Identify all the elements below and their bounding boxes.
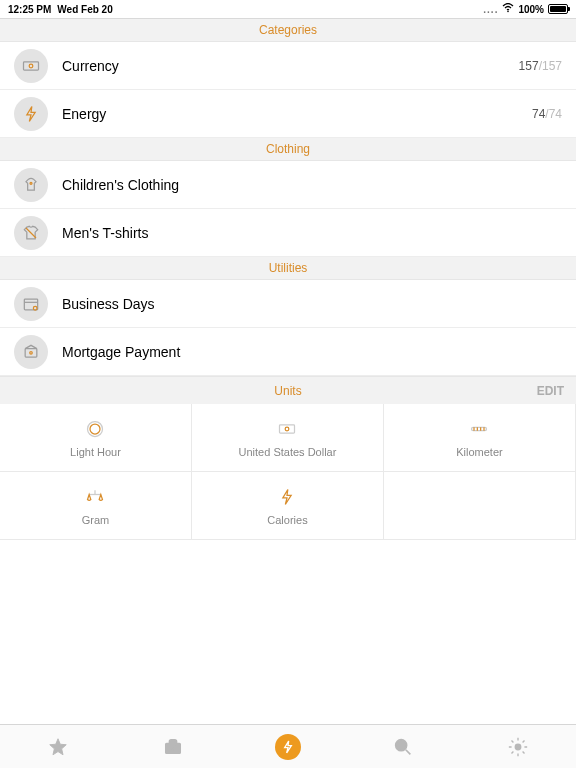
unit-light-hour[interactable]: Light Hour <box>0 404 192 472</box>
unit-label: Light Hour <box>70 446 121 458</box>
row-count: 157/157 <box>519 59 562 73</box>
status-date: Wed Feb 20 <box>57 4 112 15</box>
unit-label: United States Dollar <box>239 446 337 458</box>
battery-icon <box>548 4 568 14</box>
svg-point-9 <box>30 351 33 354</box>
status-bar: 12:25 PM Wed Feb 20 .... 100% <box>0 0 576 18</box>
row-label: Currency <box>62 58 519 74</box>
status-dots: .... <box>483 4 498 15</box>
unit-label: Calories <box>267 514 307 526</box>
row-children-clothing[interactable]: Children's Clothing <box>0 161 576 209</box>
svg-point-7 <box>33 306 37 310</box>
tab-settings[interactable] <box>498 727 538 767</box>
convert-icon <box>275 734 301 760</box>
section-header-utilities: Utilities <box>0 257 576 280</box>
svg-line-23 <box>406 749 411 754</box>
row-currency[interactable]: Currency 157/157 <box>0 42 576 90</box>
unit-usd[interactable]: United States Dollar <box>192 404 384 472</box>
row-count: 74/74 <box>532 107 562 121</box>
tab-convert[interactable] <box>268 727 308 767</box>
unit-kilometer[interactable]: Kilometer <box>384 404 576 472</box>
unit-label: Gram <box>82 514 110 526</box>
svg-point-0 <box>508 11 510 13</box>
wifi-icon <box>502 3 514 15</box>
mortgage-icon <box>14 335 48 369</box>
svg-point-24 <box>516 744 522 750</box>
svg-point-10 <box>90 424 100 434</box>
tab-categories[interactable] <box>153 727 193 767</box>
row-label: Men's T-shirts <box>62 225 562 241</box>
units-edit-button[interactable]: EDIT <box>537 384 564 398</box>
kilometer-icon <box>469 418 489 440</box>
status-time: 12:25 PM <box>8 4 51 15</box>
svg-point-2 <box>29 64 33 68</box>
svg-rect-12 <box>280 424 295 432</box>
units-title: Units <box>274 384 301 398</box>
svg-point-3 <box>30 182 32 184</box>
row-mortgage-payment[interactable]: Mortgage Payment <box>0 328 576 376</box>
row-label: Business Days <box>62 296 562 312</box>
unit-label: Kilometer <box>456 446 502 458</box>
unit-gram[interactable]: Gram <box>0 472 192 540</box>
energy-icon <box>14 97 48 131</box>
units-header: Units EDIT <box>0 376 576 404</box>
row-mens-tshirts[interactable]: Men's T-shirts <box>0 209 576 257</box>
row-label: Children's Clothing <box>62 177 562 193</box>
status-battery-pct: 100% <box>518 4 544 15</box>
svg-line-4 <box>26 228 36 238</box>
units-grid: Light Hour United States Dollar Kilomete… <box>0 404 576 540</box>
currency-icon <box>14 49 48 83</box>
mens-tshirt-icon <box>14 216 48 250</box>
business-days-icon <box>14 287 48 321</box>
row-energy[interactable]: Energy 74/74 <box>0 90 576 138</box>
section-header-clothing: Clothing <box>0 138 576 161</box>
row-label: Mortgage Payment <box>62 344 562 360</box>
children-clothing-icon <box>14 168 48 202</box>
unit-calories[interactable]: Calories <box>192 472 384 540</box>
unit-empty <box>384 472 576 540</box>
svg-point-13 <box>286 427 290 431</box>
light-hour-icon <box>85 418 105 440</box>
svg-rect-5 <box>24 299 37 310</box>
dollar-icon <box>277 418 297 440</box>
tab-search[interactable] <box>383 727 423 767</box>
gram-icon <box>85 486 105 508</box>
svg-rect-8 <box>25 348 37 356</box>
svg-point-22 <box>396 739 407 750</box>
row-label: Energy <box>62 106 532 122</box>
tab-favorites[interactable] <box>38 727 78 767</box>
tab-bar <box>0 724 576 768</box>
row-business-days[interactable]: Business Days <box>0 280 576 328</box>
svg-rect-1 <box>24 61 39 69</box>
section-header-categories: Categories <box>0 19 576 42</box>
calories-icon <box>277 486 297 508</box>
